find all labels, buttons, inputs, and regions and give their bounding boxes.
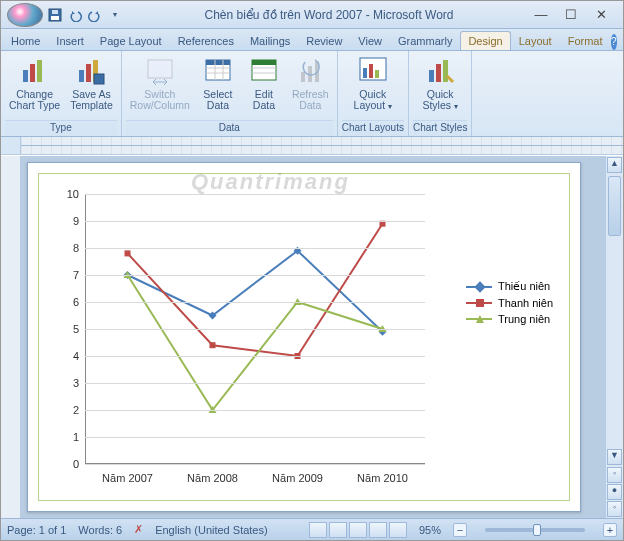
window-title: Chèn biểu đồ trên Word 2007 - Microsoft … [123, 8, 535, 22]
zoom-slider[interactable] [485, 528, 585, 532]
svg-rect-29 [436, 64, 441, 82]
status-words[interactable]: Words: 6 [78, 524, 122, 536]
tab-design[interactable]: Design [460, 31, 510, 50]
view-draft[interactable] [389, 522, 407, 538]
switch-label: Switch Row/Column [130, 89, 190, 111]
svg-rect-21 [301, 72, 305, 82]
vertical-ruler[interactable] [1, 156, 21, 518]
svg-rect-6 [79, 70, 84, 82]
zoom-level[interactable]: 95% [419, 524, 441, 536]
tab-mailings[interactable]: Mailings [242, 31, 298, 50]
proofing-icon[interactable]: ✗ [134, 523, 143, 536]
chart-object[interactable]: 012345678910Năm 2007Năm 2008Năm 2009Năm … [38, 173, 570, 501]
view-outline[interactable] [369, 522, 387, 538]
scroll-down-button[interactable]: ▼ [607, 449, 622, 465]
undo-icon[interactable] [67, 7, 83, 23]
vertical-scrollbar[interactable]: ▲ ▼ ◦ ● ◦ [605, 156, 623, 518]
ruler-track [21, 137, 623, 154]
switch-icon [144, 55, 176, 87]
grid-line [85, 221, 425, 222]
svg-rect-1 [51, 16, 59, 20]
svg-rect-25 [363, 68, 367, 78]
tab-layout[interactable]: Layout [511, 31, 560, 50]
group-type: Change Chart Type Save As Template Type [1, 51, 122, 136]
y-tick-label: 5 [73, 323, 79, 335]
tab-page-layout[interactable]: Page Layout [92, 31, 170, 50]
select-data-button[interactable]: Select Data [196, 53, 240, 113]
grid-line [85, 464, 425, 465]
svg-rect-4 [30, 64, 35, 82]
tab-references[interactable]: References [170, 31, 242, 50]
change-chart-type-button[interactable]: Change Chart Type [5, 53, 64, 113]
status-language[interactable]: English (United States) [155, 524, 268, 536]
quick-styles-button[interactable]: Quick Styles ▾ [418, 53, 462, 114]
group-data-label: Data [126, 120, 333, 136]
scroll-thumb[interactable] [608, 176, 621, 236]
legend-item: Thanh niên [466, 297, 553, 309]
prev-page-button[interactable]: ◦ [607, 467, 622, 483]
tab-grammarly[interactable]: Grammarly [390, 31, 460, 50]
document-page[interactable]: 012345678910Năm 2007Năm 2008Năm 2009Năm … [27, 162, 581, 512]
refresh-data-label: Refresh Data [292, 89, 329, 111]
grid-line [85, 356, 425, 357]
save-icon[interactable] [47, 7, 63, 23]
document-area: 012345678910Năm 2007Năm 2008Năm 2009Năm … [1, 156, 623, 518]
legend-marker-icon [466, 286, 492, 288]
tab-insert[interactable]: Insert [48, 31, 92, 50]
change-chart-label: Change Chart Type [9, 89, 60, 111]
grid-line [85, 248, 425, 249]
grid-line [85, 410, 425, 411]
tab-format[interactable]: Format [560, 31, 611, 50]
select-data-icon [202, 55, 234, 87]
switch-row-column-button[interactable]: Switch Row/Column [126, 53, 194, 113]
svg-rect-26 [369, 64, 373, 78]
qat-dropdown-icon[interactable]: ▾ [107, 7, 123, 23]
plot-area: 012345678910Năm 2007Năm 2008Năm 2009Năm … [85, 194, 425, 464]
y-tick-label: 4 [73, 350, 79, 362]
grid-line [85, 275, 425, 276]
status-page[interactable]: Page: 1 of 1 [7, 524, 66, 536]
tab-review[interactable]: Review [298, 31, 350, 50]
view-full-screen[interactable] [329, 522, 347, 538]
view-web-layout[interactable] [349, 522, 367, 538]
group-data: Switch Row/Column Select Data Edit Data … [122, 51, 338, 136]
svg-rect-28 [429, 70, 434, 82]
view-print-layout[interactable] [309, 522, 327, 538]
y-tick-label: 10 [67, 188, 79, 200]
legend-item: Thiếu niên [466, 280, 553, 293]
ribbon-tabs: Home Insert Page Layout References Maili… [1, 29, 623, 51]
next-page-button[interactable]: ◦ [607, 501, 622, 517]
zoom-out-button[interactable]: − [453, 523, 467, 537]
x-tick-label: Năm 2008 [187, 472, 238, 484]
redo-icon[interactable] [87, 7, 103, 23]
chart-type-icon [19, 55, 51, 87]
tab-view[interactable]: View [350, 31, 390, 50]
quick-layout-button[interactable]: Quick Layout ▾ [350, 53, 396, 114]
save-as-template-button[interactable]: Save As Template [66, 53, 117, 113]
browse-object-button[interactable]: ● [607, 484, 622, 500]
window-controls: — ☐ ✕ [535, 9, 617, 21]
y-tick-label: 6 [73, 296, 79, 308]
title-bar: ▾ Chèn biểu đồ trên Word 2007 - Microsof… [1, 1, 623, 29]
refresh-data-button[interactable]: Refresh Data [288, 53, 333, 113]
grid-line [85, 302, 425, 303]
legend-item: Trung niên [466, 313, 553, 325]
group-chart-styles: Quick Styles ▾ Chart Styles [409, 51, 472, 136]
edit-data-icon [248, 55, 280, 87]
maximize-button[interactable]: ☐ [565, 9, 577, 21]
horizontal-ruler[interactable] [1, 137, 623, 155]
minimize-button[interactable]: — [535, 9, 547, 21]
tab-home[interactable]: Home [3, 31, 48, 50]
edit-data-button[interactable]: Edit Data [242, 53, 286, 113]
office-button[interactable] [7, 3, 43, 27]
y-tick-label: 7 [73, 269, 79, 281]
svg-rect-27 [375, 70, 379, 78]
zoom-in-button[interactable]: + [603, 523, 617, 537]
zoom-thumb[interactable] [533, 524, 541, 536]
legend-label: Thiếu niên [498, 280, 550, 293]
close-button[interactable]: ✕ [595, 9, 607, 21]
help-button[interactable]: ? [611, 34, 617, 50]
legend-label: Thanh niên [498, 297, 553, 309]
group-layouts-label: Chart Layouts [342, 120, 404, 136]
scroll-up-button[interactable]: ▲ [607, 157, 622, 173]
